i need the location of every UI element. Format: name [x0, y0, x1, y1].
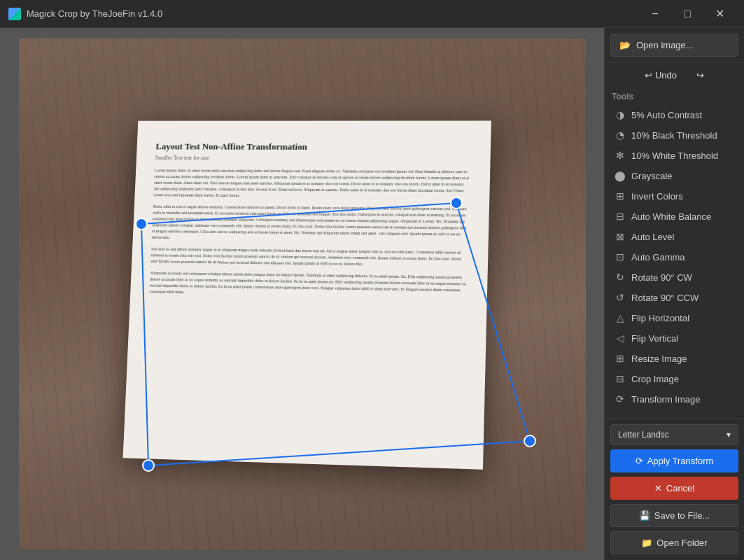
- white-threshold-icon: ✻: [615, 150, 626, 161]
- title-bar: Magick Crop by TheJoeFin v1.4.0 − □ ✕: [0, 0, 744, 28]
- open-image-button[interactable]: 📂 Open image...: [610, 34, 738, 57]
- transform-image-icon: ⟳: [615, 393, 626, 405]
- redo-button[interactable]: ↪: [691, 67, 710, 83]
- paper-size-dropdown[interactable]: Letter Landsc ▾: [610, 424, 738, 445]
- tool-item-auto-contrast[interactable]: ◑5% Auto Contrast: [608, 105, 741, 125]
- flip-vertical-icon: ◁: [615, 332, 626, 344]
- resize-image-icon: ⊞: [615, 353, 626, 364]
- document-image: Layout Test Non-Affine Transformation Sm…: [19, 38, 586, 550]
- undo-redo-section: ↩ Undo ↪: [605, 63, 744, 88]
- tools-list: ◑5% Auto Contrast◔10% Black Threshold✻10…: [605, 104, 744, 410]
- save-icon: 💾: [639, 510, 650, 521]
- rotate-ccw-label: Rotate 90° CCW: [631, 293, 699, 303]
- white-threshold-label: 10% White Threshold: [631, 150, 718, 161]
- right-panel: 📂 Open image... ↩ Undo ↪ Tools ◑5% Auto …: [604, 28, 744, 560]
- auto-level-icon: ⊠: [615, 231, 626, 242]
- resize-image-label: Resize Image: [631, 354, 687, 364]
- tool-item-transform-image[interactable]: ⟳Transform Image: [608, 389, 741, 409]
- tool-item-black-threshold[interactable]: ◔10% Black Threshold: [608, 125, 741, 145]
- auto-level-label: Auto Level: [631, 232, 674, 242]
- document-paper: Layout Test Non-Affine Transformation Sm…: [122, 120, 491, 469]
- rotate-ccw-icon: ↺: [615, 292, 626, 303]
- invert-colors-label: Invert Colors: [631, 191, 683, 202]
- doc-subtitle: Smaller Text test for size: [155, 155, 470, 162]
- apply-label: Apply Transform: [647, 456, 714, 466]
- black-threshold-label: 10% Black Threshold: [631, 130, 717, 141]
- flip-horizontal-label: Flip Horizontal: [631, 313, 689, 323]
- main-content: Layout Test Non-Affine Transformation Sm…: [0, 28, 744, 560]
- rotate-cw-label: Rotate 90° CW: [631, 272, 692, 283]
- tool-item-invert-colors[interactable]: ⊞Invert Colors: [608, 186, 741, 206]
- redo-icon: ↪: [696, 70, 704, 80]
- crop-image-label: Crop Image: [631, 374, 679, 384]
- save-to-file-button[interactable]: 💾 Save to File...: [610, 504, 738, 527]
- invert-colors-icon: ⊞: [615, 190, 626, 202]
- tool-item-crop-image[interactable]: ⊟Crop Image: [608, 369, 741, 388]
- grayscale-icon: ⬤: [615, 170, 626, 181]
- save-label: Save to File...: [654, 510, 710, 521]
- tool-item-resize-image[interactable]: ⊞Resize Image: [608, 349, 741, 368]
- undo-label: Undo: [655, 70, 677, 80]
- apply-icon: ⟳: [636, 456, 643, 466]
- auto-contrast-label: 5% Auto Contrast: [631, 110, 702, 120]
- tool-item-auto-level[interactable]: ⊠Auto Level: [608, 227, 741, 246]
- auto-gamma-label: Auto Gamma: [631, 252, 685, 262]
- canvas-area: Layout Test Non-Affine Transformation Sm…: [0, 28, 604, 560]
- open-image-label: Open image...: [636, 40, 694, 50]
- auto-contrast-icon: ◑: [615, 109, 626, 120]
- app-icon: [8, 8, 21, 20]
- app-title: Magick Crop by TheJoeFin v1.4.0: [27, 8, 639, 19]
- flip-vertical-label: Flip Vertical: [631, 333, 678, 344]
- open-image-section: 📂 Open image...: [605, 28, 744, 63]
- minimize-button[interactable]: −: [639, 0, 671, 28]
- open-folder-button[interactable]: 📁 Open Folder: [610, 531, 738, 554]
- doc-body-2: Dolor nibh ut erat et augue dolore nonum…: [151, 204, 469, 244]
- auto-gamma-icon: ⊡: [615, 251, 626, 262]
- doc-title: Layout Test Non-Affine Transformation: [155, 141, 470, 153]
- maximize-button[interactable]: □: [671, 0, 703, 28]
- folder-open-icon: 📂: [619, 40, 631, 50]
- open-folder-icon: 📁: [641, 538, 652, 548]
- grayscale-label: Grayscale: [631, 171, 673, 181]
- cancel-icon: ✕: [654, 483, 662, 493]
- cancel-button[interactable]: ✕ Cancel: [610, 477, 738, 500]
- auto-white-balance-icon: ⊟: [615, 211, 626, 222]
- paper-size-row: Letter Landsc ▾: [610, 424, 738, 445]
- tool-item-rotate-ccw[interactable]: ↺Rotate 90° CCW: [608, 288, 741, 307]
- close-button[interactable]: ✕: [703, 0, 736, 28]
- auto-white-balance-label: Auto White Balance: [631, 211, 711, 222]
- crop-image-icon: ⊟: [615, 373, 626, 384]
- tool-item-flip-horizontal[interactable]: △Flip Horizontal: [608, 308, 741, 328]
- window-controls: − □ ✕: [639, 0, 736, 28]
- tool-item-white-threshold[interactable]: ✻10% White Threshold: [608, 146, 741, 165]
- apply-transform-button[interactable]: ⟳ Apply Transform: [610, 449, 738, 472]
- undo-button[interactable]: ↩ Undo: [639, 67, 682, 83]
- black-threshold-icon: ◔: [615, 130, 626, 141]
- image-container: Layout Test Non-Affine Transformation Sm…: [19, 38, 586, 550]
- doc-body-3: Sea laed ea sed labore nonumy augue at u…: [150, 246, 468, 270]
- open-folder-label: Open Folder: [657, 538, 707, 548]
- cancel-label: Cancel: [666, 483, 694, 493]
- paper-size-label: Letter Landsc: [618, 430, 669, 440]
- bottom-controls: Letter Landsc ▾ ⟳ Apply Transform ✕ Canc…: [605, 418, 744, 560]
- tool-item-rotate-cw[interactable]: ↻Rotate 90° CW: [608, 267, 741, 287]
- rotate-cw-icon: ↻: [615, 272, 626, 283]
- dropdown-chevron-icon: ▾: [727, 430, 731, 440]
- flip-horizontal-icon: △: [615, 312, 626, 323]
- tool-item-auto-white-balance[interactable]: ⊟Auto White Balance: [608, 206, 741, 226]
- undo-icon: ↩: [645, 70, 652, 80]
- tools-section-label: Tools: [605, 88, 744, 104]
- doc-body-1: Lorem ipsum dolor sit amet lorem nulla s…: [153, 167, 470, 200]
- tool-item-grayscale[interactable]: ⬤Grayscale: [608, 166, 741, 186]
- tool-item-flip-vertical[interactable]: ◁Flip Vertical: [608, 328, 741, 348]
- transform-image-label: Transform Image: [631, 394, 701, 405]
- tool-item-auto-gamma[interactable]: ⊡Auto Gamma: [608, 247, 741, 267]
- doc-body-4: Aliquyam accusam sed consequan volutpat …: [149, 270, 468, 300]
